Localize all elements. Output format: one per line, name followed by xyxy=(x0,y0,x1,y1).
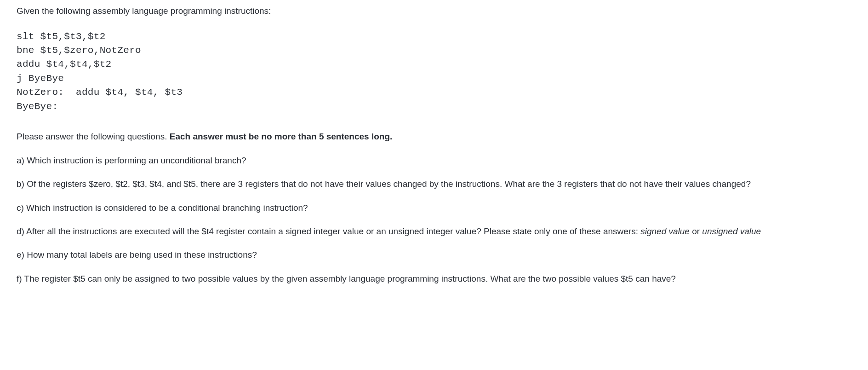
question-c: c) Which instruction is considered to be… xyxy=(17,201,851,214)
question-d-mid: or xyxy=(690,226,702,236)
question-f: f) The register $t5 can only be assigned… xyxy=(17,272,851,285)
question-a: a) Which instruction is performing an un… xyxy=(17,154,851,167)
question-d: d) After all the instructions are execut… xyxy=(17,225,851,238)
code-block: slt $t5,$t3,$t2 bne $t5,$zero,NotZero ad… xyxy=(17,30,851,114)
instructions-bold: Each answer must be no more than 5 sente… xyxy=(170,132,393,141)
instructions-line: Please answer the following questions. E… xyxy=(17,130,851,144)
question-d-italic2: unsigned value xyxy=(702,226,761,236)
intro-text: Given the following assembly language pr… xyxy=(17,5,851,18)
question-d-italic1: signed value xyxy=(640,226,690,236)
question-d-prefix: d) After all the instructions are execut… xyxy=(17,226,640,236)
question-e: e) How many total labels are being used … xyxy=(17,248,851,261)
instructions-prefix: Please answer the following questions. xyxy=(17,132,170,141)
question-b: b) Of the registers $zero, $t2, $t3, $t4… xyxy=(17,177,851,191)
